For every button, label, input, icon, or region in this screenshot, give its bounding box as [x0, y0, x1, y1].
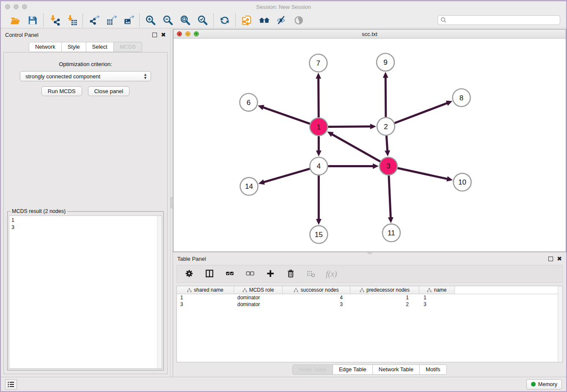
- edge-1-6[interactable]: [263, 107, 310, 124]
- network-close-icon[interactable]: x: [177, 31, 182, 36]
- tab-node-table[interactable]: Node Table: [292, 364, 333, 375]
- edge-1-7[interactable]: [318, 78, 319, 118]
- column-header-name[interactable]: name: [419, 286, 455, 294]
- task-history-button[interactable]: [5, 379, 17, 389]
- import-network-icon: [49, 15, 60, 26]
- column-header-MCDS-role[interactable]: MCDS role: [234, 286, 283, 294]
- edge-4-14[interactable]: [263, 169, 310, 182]
- network-graph[interactable]: 7968124314101511: [173, 39, 566, 251]
- show-all-networks-button[interactable]: [258, 14, 270, 26]
- edge-2-9[interactable]: [385, 77, 386, 117]
- export-image-button[interactable]: [123, 14, 134, 26]
- table-toolbar: f(x): [176, 265, 563, 283]
- hide-selected-button[interactable]: [275, 14, 287, 26]
- column-header-successor-nodes[interactable]: successor nodes: [283, 286, 350, 294]
- refresh-layout-button[interactable]: [219, 14, 230, 26]
- edge-2-8[interactable]: [394, 103, 447, 123]
- network-maximize-icon[interactable]: +: [194, 31, 199, 36]
- main-area: Control Panel ✖ NetworkStyleSelectMCDS O…: [1, 28, 566, 377]
- control-panel-tabs: NetworkStyleSelectMCDS: [1, 42, 170, 52]
- task-list-icon: [7, 381, 15, 388]
- import-network-button[interactable]: [49, 14, 60, 26]
- delete-column-button[interactable]: [285, 268, 297, 280]
- close-panel-button[interactable]: Close panel: [88, 86, 130, 96]
- zoom-out-button[interactable]: [162, 14, 173, 26]
- toolbar-group: [83, 14, 139, 26]
- mcds-result-list[interactable]: 13: [9, 215, 162, 369]
- criterion-dropdown[interactable]: strongly connected component ▲▼: [20, 71, 151, 81]
- arrowhead-icon: [258, 105, 264, 110]
- toolbar-group: [4, 14, 43, 26]
- toggle-panel-button[interactable]: [204, 268, 215, 280]
- function-builder-button[interactable]: f(x): [326, 268, 337, 280]
- run-mcds-button[interactable]: Run MCDS: [41, 86, 82, 96]
- result-scrollbar[interactable]: [157, 216, 162, 368]
- tab-network-table[interactable]: Network Table: [373, 364, 420, 375]
- table-cell[interactable]: 4: [283, 294, 350, 301]
- table-cell[interactable]: dominator: [234, 294, 283, 301]
- table-row[interactable]: 1dominator411: [177, 294, 562, 301]
- deselect-all-button[interactable]: [245, 268, 256, 280]
- delete-table-button[interactable]: [306, 268, 317, 280]
- import-table-button[interactable]: [66, 14, 77, 26]
- splitter-handle[interactable]: [368, 252, 372, 254]
- zoom-in-button[interactable]: [145, 14, 156, 26]
- float-panel-icon[interactable]: [548, 257, 553, 261]
- table-cell[interactable]: 1: [350, 294, 419, 301]
- tab-network[interactable]: Network: [29, 42, 62, 52]
- save-session-icon: [27, 15, 38, 26]
- zoom-fit-button[interactable]: [179, 14, 191, 26]
- splitter-handle[interactable]: [171, 197, 173, 208]
- vertical-splitter[interactable]: [170, 28, 173, 377]
- edge-2-3[interactable]: [386, 135, 387, 151]
- memory-button[interactable]: Memory: [526, 379, 562, 389]
- graphics-details-button[interactable]: [293, 14, 304, 26]
- table-header-row: shared name MCDS role successor nodes pr…: [177, 286, 562, 294]
- node-label-2: 2: [384, 123, 388, 131]
- column-label: predecessor nodes: [366, 287, 410, 293]
- tab-select[interactable]: Select: [86, 42, 114, 52]
- tab-style[interactable]: Style: [62, 42, 86, 52]
- tab-mcds[interactable]: MCDS: [114, 42, 142, 52]
- float-panel-icon[interactable]: [152, 33, 157, 37]
- table-cell[interactable]: 2: [350, 301, 419, 308]
- column-header-predecessor-nodes[interactable]: predecessor nodes: [350, 286, 419, 294]
- table-cell[interactable]: 3: [283, 301, 350, 308]
- table-cell[interactable]: dominator: [234, 301, 283, 308]
- export-table-button[interactable]: [105, 14, 117, 26]
- close-panel-icon[interactable]: ✖: [161, 33, 166, 37]
- horizontal-splitter[interactable]: [173, 252, 566, 254]
- clone-network-button[interactable]: [241, 14, 252, 26]
- table-cell[interactable]: 3: [177, 301, 234, 308]
- mcds-result-item[interactable]: 3: [11, 224, 156, 231]
- table-cell[interactable]: 3: [419, 301, 455, 308]
- edge-3-1[interactable]: [332, 134, 380, 162]
- hide-selected-icon: [276, 15, 287, 26]
- column-sort-icon: [242, 288, 247, 293]
- open-file-button[interactable]: [9, 14, 21, 26]
- table-row[interactable]: 3dominator323: [177, 301, 562, 308]
- close-panel-icon[interactable]: ✖: [557, 257, 562, 261]
- zoom-selected-button[interactable]: [197, 14, 208, 26]
- table-cell[interactable]: 1: [419, 294, 455, 301]
- search-input[interactable]: [438, 15, 560, 25]
- network-canvas[interactable]: 7968124314101511: [173, 39, 566, 251]
- network-window-controls: x − +: [177, 31, 199, 36]
- column-header-shared-name[interactable]: shared name: [177, 286, 234, 294]
- add-column-button[interactable]: [265, 268, 276, 280]
- select-all-button[interactable]: [224, 268, 236, 280]
- application-window: Session: New Session Control Panel ✖: [0, 0, 567, 392]
- settings-gear-button[interactable]: [184, 268, 195, 280]
- tab-motifs[interactable]: Motifs: [420, 364, 447, 375]
- edge-3-10[interactable]: [397, 168, 448, 179]
- edge-1-2[interactable]: [328, 127, 371, 127]
- table-cell[interactable]: 1: [177, 294, 234, 301]
- export-image-icon: [123, 15, 134, 26]
- table-scrollbar[interactable]: [558, 286, 562, 362]
- save-session-button[interactable]: [27, 14, 38, 26]
- edge-3-11[interactable]: [389, 175, 391, 218]
- network-minimize-icon[interactable]: −: [185, 31, 190, 36]
- export-network-button[interactable]: [88, 14, 99, 26]
- tab-edge-table[interactable]: Edge Table: [333, 364, 373, 375]
- mcds-result-item[interactable]: 1: [11, 217, 156, 224]
